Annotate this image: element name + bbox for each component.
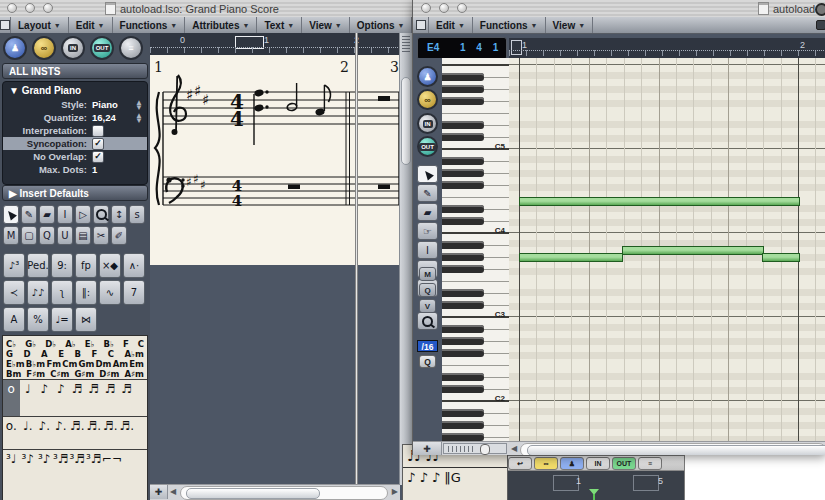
black-key[interactable] [442,73,484,81]
matrix-hscrollbar[interactable]: ✚ ◀ [413,441,825,455]
eighth-note[interactable]: ♪ [53,380,70,416]
menu-view[interactable]: View▼ [546,17,594,33]
chord-Gm[interactable]: Gm [79,359,95,369]
eighth-rest-icon[interactable]: 7 [123,280,145,305]
parameter-header[interactable]: ▼ Grand Piano [3,82,147,98]
stepper-icon[interactable]: ▲ ▼ [135,113,143,123]
palette-glyph-row[interactable]: ♪ ♪ ♪ ‖G [403,468,507,487]
triplet-eighth[interactable]: ³♪ [36,450,53,490]
dotted-note[interactable]: ♬. [119,417,136,449]
dotted-eighth[interactable]: ♪. [53,417,70,449]
midi-out-icon[interactable]: OUT [612,457,636,470]
chord-F[interactable]: F [123,339,129,349]
note[interactable]: ♬ [119,380,136,416]
quantize-button[interactable]: Q [419,355,436,368]
midi-out-icon[interactable]: OUT [417,136,438,157]
dotted-sixteenth[interactable]: ♬. [69,417,86,449]
menu-functions[interactable]: Functions▼ [113,17,186,33]
catch-icon[interactable]: ♟ [3,36,27,60]
mute-tool[interactable]: M [3,226,19,245]
crescendo-icon[interactable]: ≺ [3,280,25,305]
minimize-button[interactable] [439,3,449,13]
chord-A♭[interactable]: A♭ [65,339,76,349]
sixtyfourth-note[interactable]: ♬ [102,380,119,416]
dotted-eighth[interactable]: ♪. [36,417,53,449]
thirtysecond-note[interactable]: ♬ [86,380,103,416]
scroll-left-arrow[interactable]: ◀ [170,487,176,496]
black-key[interactable] [442,85,484,93]
menu-options[interactable]: Options▼ [350,17,412,33]
chord-A♯m[interactable]: A♯m [124,369,144,379]
cycle-marker-box[interactable] [633,475,659,491]
triplet-quarter[interactable]: ³♩ [3,450,20,490]
triplet-note[interactable]: ³♬ [69,450,86,490]
song-position-line[interactable] [355,33,358,485]
tuplet-bracket[interactable]: ⌐¬ [102,450,119,490]
tempo-icon[interactable]: ♩= [51,307,73,332]
midi-out-icon[interactable]: OUT [90,36,114,60]
catch-icon[interactable]: ♟ [560,457,584,470]
param-row-syncopation[interactable]: Syncopation:✓ [3,137,147,150]
eraser-tool[interactable]: ▰ [39,205,55,224]
noteheads-icon[interactable]: ×◆ [99,253,121,278]
triplet-sixteenth[interactable]: ³♬ [53,450,70,490]
param-value[interactable]: Piano [92,99,118,110]
midi-note-A3[interactable] [622,246,764,255]
insert-defaults-bar[interactable]: ▶ Insert Defaults [2,185,148,201]
instrument-filter-bar[interactable]: ALL INSTS [2,63,148,79]
vscroll-thumb[interactable] [401,77,411,165]
chord-C♯m[interactable]: C♯m [50,369,69,379]
menu-edit[interactable]: Edit▼ [429,17,473,33]
minimize-button[interactable] [25,3,35,13]
chord-G[interactable]: G [6,349,13,359]
score-titlebar[interactable]: autoload.lso: Grand Piano Score [0,0,412,18]
chord-Cm[interactable]: Cm [62,359,77,369]
glue-tool[interactable]: ✐ [111,226,127,245]
crossed-slur-icon[interactable]: ⋈ [75,307,97,332]
midi-note-E4[interactable] [519,197,800,206]
black-key[interactable] [442,133,484,141]
link-icon[interactable]: ∞ [534,457,558,470]
velocity-button[interactable]: V [419,299,436,313]
zoom-control[interactable] [443,443,507,454]
quantize-tool[interactable]: Q [39,226,55,245]
param-row-quantize[interactable]: Quantize:16,24▲ ▼ [3,111,147,124]
move-page-icon[interactable]: ✚ [150,485,168,499]
window-link-icon[interactable] [413,17,429,33]
scroll-left-arrow[interactable]: ◀ [511,444,517,453]
select-box-tool[interactable]: ▢ [21,226,37,245]
scissors-tool[interactable]: ✂ [93,226,109,245]
menu-attributes[interactable]: Attributes▼ [185,17,257,33]
pedal-mark-icon[interactable]: Ped. [27,253,49,278]
sixteenth-note[interactable]: ♬ [69,380,86,416]
param-value[interactable]: 16,24 [92,112,116,123]
matrix-ruler[interactable]: 12 [509,38,825,59]
chord-Fm[interactable]: Fm [46,359,61,369]
magnify-tool[interactable] [93,205,109,224]
score-page[interactable]: ♯♯♯ ♯♯♯ 4 4 4 4 [150,55,400,265]
close-button[interactable] [421,3,431,13]
pencil-tool[interactable]: ✎ [21,205,37,224]
menu-view[interactable]: View▼ [302,17,350,33]
chord-F[interactable]: F [91,349,97,359]
black-key[interactable] [442,169,484,177]
midi-in-icon[interactable]: IN [417,113,438,134]
move-page-icon[interactable]: ✚ [413,442,442,455]
checkbox[interactable]: ✓ [92,138,104,150]
list-icon[interactable]: ≡ [638,457,662,470]
zoom-slider[interactable] [402,36,410,52]
stepper-icon[interactable]: ▲ ▼ [135,100,143,110]
chord-Dm[interactable]: Dm [96,359,112,369]
chord-F♯m[interactable]: F♯m [26,369,45,379]
zoom-knob[interactable] [480,444,490,455]
chord-B♭[interactable]: B♭ [104,339,115,349]
pointer-tool[interactable] [417,165,438,183]
black-key[interactable] [442,433,484,441]
ornament-icon[interactable]: ∿ [99,280,121,305]
triplet-note-icon[interactable]: ♪³ [3,253,25,278]
chord-C[interactable]: C [138,339,144,349]
note-grid[interactable] [509,58,825,441]
chord-C♭[interactable]: C♭ [6,339,16,349]
dotted-thirtysecond[interactable]: ♬. [86,417,103,449]
param-row-maxdots[interactable]: Max. Dots:1 [3,163,147,176]
